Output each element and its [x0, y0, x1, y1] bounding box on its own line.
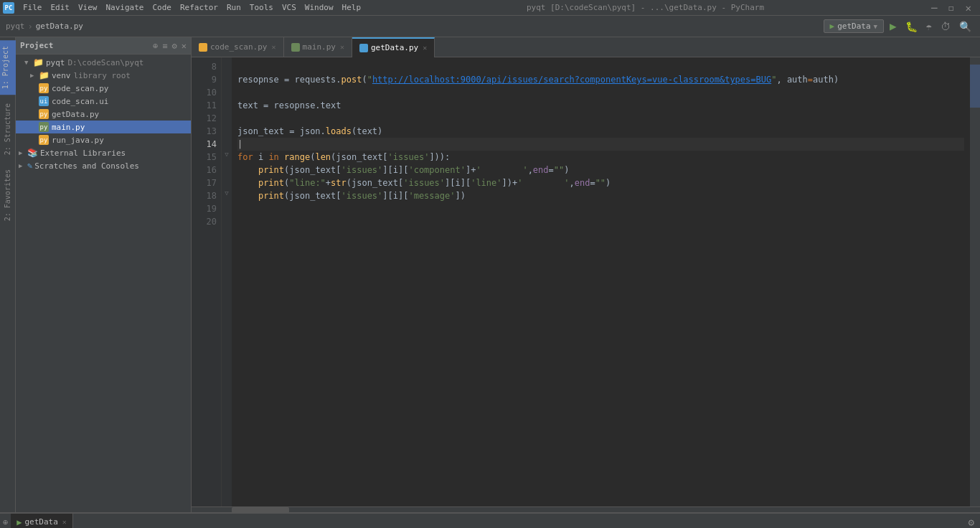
code-line-12 [237, 112, 964, 125]
arrow-right-icon2: ▶ [19, 149, 27, 156]
tab-code-scan[interactable]: code_scan.py ✕ [192, 37, 284, 57]
breadcrumb-project: pyqt [6, 22, 25, 31]
code-line-11: text = resopnse.text [237, 99, 964, 112]
code-line-16: print(json_text['issues'][i]['component'… [237, 164, 964, 176]
venv-label: venv [52, 71, 71, 80]
run-tab-close[interactable]: ✕ [62, 518, 67, 526]
tree-item-getdata[interactable]: py getData.py [16, 108, 191, 121]
line-num-17: 17 [192, 176, 217, 189]
tree-item-scratches[interactable]: ▶ ✎ Scratches and Consoles [16, 159, 191, 172]
left-tabs-strip: 1: Project 2: Structure 2: Favorites [0, 37, 16, 512]
file-icon-orange2: py [39, 109, 49, 119]
code-line-19 [237, 202, 964, 215]
line-num-19: 19 [192, 202, 217, 215]
menu-tools[interactable]: Tools [245, 3, 278, 12]
code-editor-wrapper: 8 9 10 11 12 13 14 15 16 17 18 19 20 [192, 57, 980, 506]
line-num-9: 9 [192, 73, 217, 86]
menu-vcs[interactable]: VCS [278, 3, 301, 12]
fold-arrow-18[interactable]: ▽ [222, 189, 232, 202]
menu-window[interactable]: Window [301, 3, 338, 12]
menu-file[interactable]: File [19, 3, 47, 12]
tree-item-main[interactable]: py main.py [16, 121, 191, 133]
external-libs-label: External Libraries [40, 148, 126, 158]
run-button[interactable]: ▶ [887, 19, 900, 33]
breadcrumb-sep: › [28, 22, 33, 32]
tab-close-2[interactable]: ✕ [340, 43, 344, 51]
tab-icon-green [291, 43, 300, 52]
app-title: pyqt [D:\codeScan\pyqt] - ...\getData.py… [527, 3, 764, 12]
file-icon-orange3: py [39, 135, 49, 145]
tab-label-3: getData.py [371, 43, 418, 52]
sidebar-panel: 1: Project 2: Structure 2: Favorites Pro… [0, 37, 192, 512]
line-num-14: 14 [192, 138, 217, 151]
code-line-20 [237, 215, 964, 228]
maximize-button[interactable]: ◻ [943, 3, 959, 13]
panel-title: Project [20, 41, 53, 50]
line-num-12: 12 [192, 112, 217, 125]
tab-project[interactable]: 1: Project [0, 40, 16, 95]
code-content[interactable]: resopnse = requests.post("http://localho… [232, 57, 970, 506]
minimize-button[interactable]: ─ [925, 2, 943, 14]
tree-item-code-scan-ui[interactable]: ui code_scan.ui [16, 95, 191, 108]
coverage-button[interactable]: ☂ [923, 21, 935, 32]
tab-close-3[interactable]: ✕ [423, 44, 427, 52]
menu-edit[interactable]: Edit [47, 3, 75, 12]
close-button[interactable]: ✕ [960, 2, 977, 14]
tree-item-venv[interactable]: ▶ 📁 venv library root [16, 69, 191, 82]
file-icon-green: py [39, 122, 49, 132]
tab-getdata[interactable]: getData.py ✕ [352, 37, 435, 57]
editor-panel: code_scan.py ✕ main.py ✕ getData.py ✕ 8 … [192, 37, 980, 512]
line-num-16: 16 [192, 164, 217, 176]
line-num-20: 20 [192, 215, 217, 228]
line-num-18: 18 [192, 189, 217, 202]
fold-arrow-15[interactable]: ▽ [222, 151, 232, 164]
tab-label-1: code_scan.py [210, 42, 267, 52]
line-num-10: 10 [192, 86, 217, 99]
run-panel-tabbar: ⊕ ▶ getData ✕ ⚙ [0, 514, 980, 528]
tree-item-external-libs[interactable]: ▶ 📚 External Libraries [16, 146, 191, 159]
tab-structure[interactable]: 2: Structure [2, 98, 13, 161]
tab-main[interactable]: main.py ✕ [284, 37, 352, 57]
code-line-13: json_text = json.loads(text) [237, 125, 964, 138]
tab-icon-orange [199, 43, 207, 52]
folder-icon: 📁 [33, 57, 44, 67]
menu-navigate[interactable]: Navigate [102, 3, 149, 12]
arrow-right-icon: ▶ [30, 72, 39, 79]
tab-label-2: main.py [303, 42, 336, 52]
close-panel-icon[interactable]: ✕ [182, 41, 187, 51]
tree-item-root[interactable]: ▼ 📁 pyqt D:\codeScan\pyqt [16, 56, 191, 69]
horizontal-scrollbar[interactable] [192, 506, 980, 512]
debug-button[interactable]: 🐛 [903, 21, 920, 32]
tree-item-run-java[interactable]: py run_java.py [16, 133, 191, 146]
run-java-label: run_java.py [52, 136, 104, 145]
menu-code[interactable]: Code [148, 3, 176, 12]
search-everywhere-icon[interactable]: 🔍 [956, 21, 974, 32]
run-tab-active[interactable]: ▶ getData ✕ [11, 514, 73, 529]
tab-close-1[interactable]: ✕ [271, 43, 275, 51]
project-panel: Project ⊕ ≡ ⚙ ✕ ▼ 📁 pyqt D:\codeScan\pyq… [16, 37, 192, 512]
arrow-right-icon3: ▶ [19, 162, 27, 169]
venv-suffix: library root [74, 71, 131, 80]
tab-icon-blue [359, 44, 368, 52]
code-scan-ui-label: code_scan.ui [52, 97, 108, 106]
menu-refactor[interactable]: Refactor [176, 3, 222, 12]
settings-icon[interactable]: ⚙ [172, 41, 177, 51]
run-config-name: getData [837, 22, 870, 31]
menu-help[interactable]: Help [338, 3, 366, 12]
line-num-15: 15 [192, 151, 217, 164]
collapse-icon[interactable]: ≡ [162, 41, 167, 51]
profile-button[interactable]: ⏱ [938, 21, 953, 32]
panel-actions: ⊕ ≡ ⚙ ✕ [153, 41, 187, 51]
code-line-14: | [237, 138, 964, 151]
menu-view[interactable]: View [74, 3, 102, 12]
panel-header: Project ⊕ ≡ ⚙ ✕ [16, 37, 191, 55]
tree-item-code-scan[interactable]: py code_scan.py [16, 82, 191, 95]
run-config-dropdown[interactable]: ▶ getData ▼ [824, 19, 884, 33]
tab-favorites[interactable]: 2: Favorites [2, 164, 13, 227]
arrow-down-icon: ▼ [24, 59, 33, 66]
menu-run[interactable]: Run [222, 3, 245, 12]
run-tab-label: getData [24, 517, 57, 527]
code-line-9: resopnse = requests.post("http://localho… [237, 73, 964, 86]
run-settings-icon[interactable]: ⚙ [966, 517, 977, 528]
locate-icon[interactable]: ⊕ [153, 41, 158, 51]
